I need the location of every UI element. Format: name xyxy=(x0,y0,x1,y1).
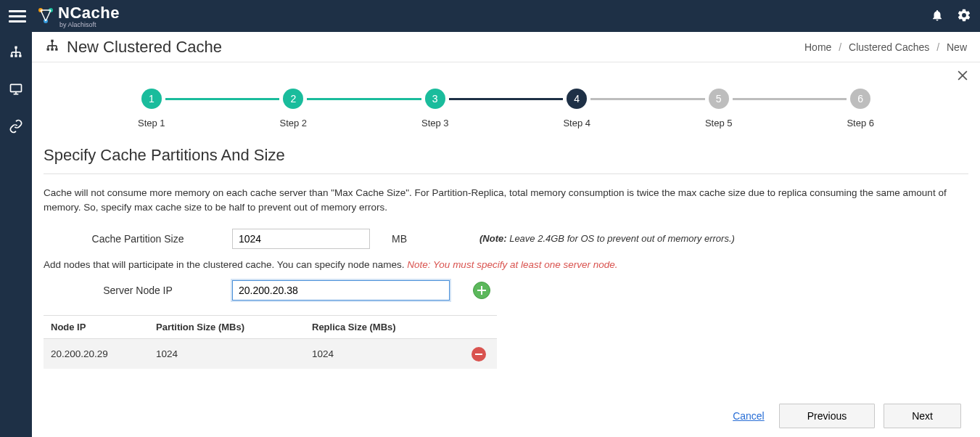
monitor-icon xyxy=(9,82,23,97)
partition-size-label: Cache Partition Size xyxy=(44,233,232,245)
step-3[interactable]: 3 Step 3 xyxy=(421,89,449,128)
svg-rect-6 xyxy=(15,46,17,49)
step-2[interactable]: 2 Step 2 xyxy=(279,89,307,128)
server-ip-label: Server Node IP xyxy=(44,285,232,296)
add-node-button[interactable] xyxy=(473,282,490,299)
cluster-icon xyxy=(9,45,23,60)
brand-logo: NCache by Alachisoft xyxy=(36,4,120,28)
cell-node-ip: 20.200.20.29 xyxy=(44,338,149,369)
step-1[interactable]: 1 Step 1 xyxy=(138,89,165,128)
svg-rect-20 xyxy=(51,48,53,50)
partition-size-input[interactable] xyxy=(232,229,370,249)
add-nodes-instruction: Add nodes that will participate in the c… xyxy=(44,259,968,270)
cancel-link[interactable]: Cancel xyxy=(733,410,765,422)
table-row: 20.200.20.29 1024 1024 xyxy=(44,338,497,369)
step-5[interactable]: 5 Step 5 xyxy=(705,89,733,128)
section-heading: Specify Cache Partitions And Size xyxy=(44,146,968,165)
partition-size-unit: MB xyxy=(392,233,407,245)
notifications-icon[interactable] xyxy=(931,9,944,24)
link-icon xyxy=(9,119,23,134)
wizard-stepper: 1 Step 1 2 Step 2 3 Step 3 4 xyxy=(138,89,874,128)
svg-rect-15 xyxy=(11,84,22,91)
svg-rect-7 xyxy=(11,54,13,57)
partition-size-note: (Note: Leave 2.4GB for OS to prevent out… xyxy=(479,233,735,244)
cell-replica: 1024 xyxy=(305,338,461,369)
col-partition-size: Partition Size (MBs) xyxy=(149,315,305,338)
col-node-ip: Node IP xyxy=(44,315,149,338)
logo-icon xyxy=(36,7,55,25)
col-actions xyxy=(461,315,497,338)
svg-rect-19 xyxy=(47,48,49,50)
page-title: New Clustered Cache xyxy=(67,38,222,57)
server-ip-input[interactable] xyxy=(232,280,450,301)
close-icon[interactable] xyxy=(955,68,970,87)
svg-line-3 xyxy=(41,10,46,21)
step-4[interactable]: 4 Step 4 xyxy=(563,89,590,128)
breadcrumb-home[interactable]: Home xyxy=(804,41,831,53)
previous-button[interactable]: Previous xyxy=(779,404,875,428)
brand-name: NCache xyxy=(58,4,120,23)
breadcrumb: Home / Clustered Caches / New xyxy=(804,41,967,53)
cell-partition: 1024 xyxy=(149,338,305,369)
remove-node-button[interactable] xyxy=(472,347,486,362)
menu-toggle[interactable] xyxy=(9,7,26,25)
next-button[interactable]: Next xyxy=(884,404,961,428)
svg-rect-21 xyxy=(55,48,57,50)
section-description: Cache will not consume more memory on ea… xyxy=(44,186,968,216)
sidebar-item-link[interactable] xyxy=(9,119,23,136)
settings-icon[interactable] xyxy=(957,8,971,25)
sidebar-item-monitor[interactable] xyxy=(9,82,23,99)
svg-rect-8 xyxy=(15,54,17,57)
breadcrumb-current: New xyxy=(947,41,967,53)
svg-line-4 xyxy=(46,10,51,21)
cluster-icon xyxy=(45,38,59,55)
nodes-table: Node IP Partition Size (MBs) Replica Siz… xyxy=(44,315,497,369)
step-6[interactable]: 6 Step 6 xyxy=(847,89,874,128)
svg-rect-18 xyxy=(51,40,53,42)
col-replica-size: Replica Size (MBs) xyxy=(305,315,461,338)
breadcrumb-clustered[interactable]: Clustered Caches xyxy=(849,41,929,53)
sidebar-item-cluster[interactable] xyxy=(9,45,23,62)
svg-rect-9 xyxy=(19,54,21,57)
